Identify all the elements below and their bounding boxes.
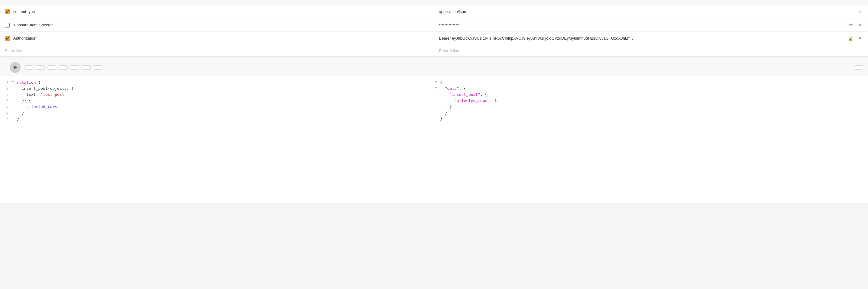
result-content: { bbox=[440, 80, 868, 85]
result-line: } bbox=[434, 110, 868, 116]
graphiql-section: 1▼mutation {2 insert_post(objects: {3 te… bbox=[0, 59, 868, 203]
header-key-cell: Authorization bbox=[0, 32, 434, 45]
lock-button[interactable]: 🔒 bbox=[847, 35, 855, 41]
query-line: 4 }) { bbox=[0, 98, 434, 104]
table-row: content-typeapplication/json✕ bbox=[0, 5, 868, 19]
result-content: "insert_post": { bbox=[440, 92, 868, 97]
table-row: x-hasura-admin-secret•••••••••••••••👁✕ bbox=[0, 19, 868, 32]
line-number: 4 bbox=[0, 98, 12, 103]
line-content: text: "test post" bbox=[17, 92, 434, 97]
history-button[interactable] bbox=[36, 65, 45, 69]
line-number: 7 bbox=[0, 116, 12, 121]
graphiql-toolbar bbox=[0, 59, 868, 76]
line-number: 2 bbox=[0, 86, 12, 90]
line-number: 6 bbox=[0, 110, 12, 115]
delete-header-button[interactable]: ✕ bbox=[857, 35, 863, 42]
copy-button[interactable] bbox=[47, 65, 56, 69]
headers-table: content-typeapplication/json✕x-hasura-ad… bbox=[0, 0, 868, 56]
editor-area: 1▼mutation {2 insert_post(objects: {3 te… bbox=[0, 76, 868, 203]
toggle-visibility-button[interactable]: 👁 bbox=[848, 22, 855, 28]
query-line: 2 insert_post(objects: { bbox=[0, 86, 434, 92]
header-key-text: x-hasura-admin-secret bbox=[13, 23, 53, 27]
delete-header-button[interactable]: ✕ bbox=[857, 8, 863, 15]
header-value-text: application/json bbox=[439, 9, 857, 14]
explorer-button[interactable] bbox=[59, 65, 68, 69]
analyze-button[interactable] bbox=[93, 65, 102, 69]
line-content: insert_post(objects: { bbox=[17, 86, 434, 91]
result-content: } bbox=[440, 104, 868, 109]
enter-key-placeholder[interactable]: Enter Key bbox=[5, 48, 22, 53]
header-key-text: Authorization bbox=[13, 36, 36, 40]
header-key-text: content-type bbox=[13, 9, 35, 14]
query-editor[interactable]: 1▼mutation {2 insert_post(objects: {3 te… bbox=[0, 76, 434, 203]
voyager-button[interactable] bbox=[70, 65, 79, 69]
run-triangle-icon bbox=[13, 65, 17, 69]
result-line: "insert_post": { bbox=[434, 92, 868, 98]
result-panel: ▼{▼ "data": { "insert_post": { "affected… bbox=[434, 76, 868, 203]
query-line: 7} bbox=[0, 116, 434, 122]
result-toggle[interactable]: ▼ bbox=[434, 80, 440, 83]
enter-value-placeholder[interactable]: Enter Value bbox=[439, 48, 459, 53]
new-header-row: Enter KeyEnter Value bbox=[0, 45, 868, 56]
result-line: ▼{ bbox=[434, 80, 868, 86]
header-checkbox[interactable] bbox=[5, 23, 10, 28]
header-checkbox[interactable] bbox=[5, 36, 10, 41]
query-line: 3 text: "test post" bbox=[0, 92, 434, 98]
line-number: 3 bbox=[0, 92, 12, 96]
header-key-cell: x-hasura-admin-secret bbox=[0, 19, 434, 32]
result-line: "affected_rows": 1 bbox=[434, 98, 868, 104]
line-toggle[interactable]: ▼ bbox=[12, 80, 17, 83]
key-column-header bbox=[0, 0, 434, 5]
query-line: 6 } bbox=[0, 110, 434, 116]
line-number: 1 bbox=[0, 80, 12, 84]
header-value-cell: Bearer eyJhbGciOiJSUzI1NiIsInR5cCI6IkpXV… bbox=[434, 32, 868, 45]
header-value-cell: application/json✕ bbox=[434, 5, 868, 19]
headers-section: content-typeapplication/json✕x-hasura-ad… bbox=[0, 0, 868, 57]
header-value-text: Bearer eyJhbGciOiJSUzI1NiIsInR5cCI6IkpXV… bbox=[439, 36, 847, 40]
result-line: ▼ "data": { bbox=[434, 86, 868, 92]
line-content: } bbox=[17, 110, 434, 115]
result-toggle[interactable]: ▼ bbox=[434, 86, 440, 89]
line-content: mutation { bbox=[17, 80, 434, 85]
table-row: AuthorizationBearer eyJhbGciOiJSUzI1NiIs… bbox=[0, 32, 868, 45]
header-checkbox[interactable] bbox=[5, 9, 10, 14]
delete-header-button[interactable]: ✕ bbox=[857, 22, 863, 28]
query-line: 5 affected_rows bbox=[0, 104, 434, 110]
line-content: }) { bbox=[17, 98, 434, 103]
line-content: } bbox=[17, 116, 434, 121]
line-content: affected_rows bbox=[17, 104, 434, 109]
header-key-cell: content-type bbox=[0, 5, 434, 19]
result-content: } bbox=[440, 116, 868, 121]
result-content: "affected_rows": 1 bbox=[440, 98, 868, 103]
docs-button[interactable] bbox=[854, 65, 863, 69]
line-number: 5 bbox=[0, 104, 12, 109]
result-content: } bbox=[440, 110, 868, 115]
result-line: } bbox=[434, 104, 868, 110]
result-line: } bbox=[434, 116, 868, 122]
query-line: 1▼mutation { bbox=[0, 80, 434, 86]
prettify-button[interactable] bbox=[24, 65, 33, 69]
run-button[interactable] bbox=[10, 62, 21, 73]
value-column-header bbox=[434, 0, 868, 5]
header-value-cell: •••••••••••••••👁✕ bbox=[434, 19, 868, 32]
derive-action-button[interactable] bbox=[82, 65, 91, 69]
header-value-text: ••••••••••••••• bbox=[439, 23, 848, 27]
result-content: "data": { bbox=[440, 86, 868, 91]
